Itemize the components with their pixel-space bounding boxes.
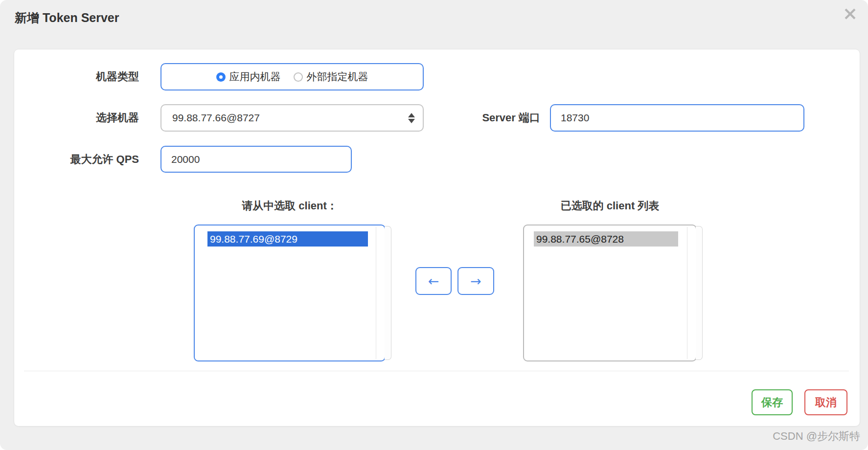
- radio-option-label: 应用内机器: [229, 70, 281, 84]
- dialog-title: 新增 Token Server: [15, 10, 119, 26]
- listbox-scroll-gutter: [376, 227, 376, 359]
- selected-clients-header: 已选取的 client 列表: [523, 199, 697, 213]
- select-machine-label: 选择机器: [34, 104, 139, 132]
- radio-option-in-app[interactable]: 应用内机器: [216, 70, 281, 84]
- listbox-scrollbar[interactable]: [385, 226, 391, 360]
- machine-select-value: 99.88.77.66@8727: [172, 112, 260, 124]
- max-qps-input[interactable]: [160, 146, 352, 173]
- machine-type-label: 机器类型: [34, 63, 139, 90]
- dialog-form-card: 机器类型 应用内机器 外部指定机器 选择机器 99.88.77.66@8727 …: [14, 49, 860, 427]
- add-token-server-dialog: 新增 Token Server 机器类型 应用内机器 外部指定机器 选择机器 9…: [0, 0, 868, 450]
- machine-select[interactable]: 99.88.77.66@8727: [160, 104, 424, 132]
- machine-type-radio-group: 应用内机器 外部指定机器: [160, 63, 424, 90]
- list-item[interactable]: 99.88.77.69@8729: [207, 231, 368, 247]
- radio-option-external[interactable]: 外部指定机器: [294, 70, 368, 84]
- move-to-available-button[interactable]: ←: [415, 267, 452, 295]
- listbox-scrollbar[interactable]: [696, 226, 703, 360]
- list-item[interactable]: 99.88.77.65@8728: [534, 231, 678, 247]
- server-port-label: Server 端口: [442, 104, 540, 132]
- cancel-button[interactable]: 取消: [804, 389, 847, 415]
- radio-unselected-icon[interactable]: [294, 72, 303, 82]
- left-arrow-icon: ←: [428, 273, 439, 289]
- close-icon[interactable]: [843, 6, 857, 21]
- right-arrow-icon: →: [470, 273, 481, 289]
- save-button[interactable]: 保存: [752, 389, 793, 415]
- selected-clients-listbox[interactable]: 99.88.77.65@8728: [523, 225, 697, 361]
- available-clients-listbox[interactable]: 99.88.77.69@8729: [194, 225, 386, 361]
- listbox-scroll-gutter: [687, 227, 687, 359]
- available-clients-header: 请从中选取 client：: [194, 199, 386, 213]
- max-qps-label: 最大允许 QPS: [34, 146, 139, 173]
- move-to-selected-button[interactable]: →: [457, 267, 494, 295]
- csdn-watermark: CSDN @步尔斯特: [773, 429, 860, 444]
- radio-option-label: 外部指定机器: [307, 70, 368, 84]
- select-spinner-icon: [408, 113, 415, 123]
- server-port-input[interactable]: [550, 104, 804, 132]
- footer-divider: [24, 371, 849, 371]
- radio-selected-icon[interactable]: [216, 72, 226, 82]
